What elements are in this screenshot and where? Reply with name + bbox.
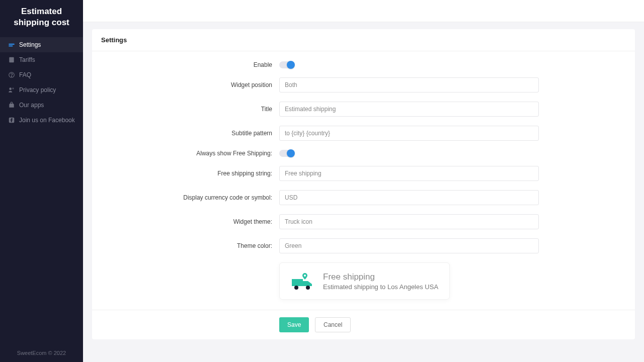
label-widget-theme: Widget theme: — [92, 218, 279, 225]
svg-point-10 — [306, 286, 310, 290]
sidebar-footer: SweetEcom © 2022 — [0, 346, 83, 362]
row-widget-theme: Widget theme: — [92, 214, 635, 229]
sidebar-item-label: FAQ — [19, 71, 31, 78]
sidebar-item-label: Settings — [19, 41, 41, 48]
cancel-button[interactable]: Cancel — [315, 317, 351, 332]
privacy-icon — [8, 86, 19, 94]
label-subtitle-pattern: Subtitle pattern — [92, 130, 279, 137]
svg-point-5 — [9, 88, 12, 90]
sidebar-item-tariffs[interactable]: Tariffs — [0, 52, 83, 67]
input-free-shipping-string[interactable] — [279, 166, 539, 181]
label-widget-position: Widget position — [92, 81, 279, 88]
label-title: Title — [92, 106, 279, 113]
row-always-free: Always show Free Shipping: — [92, 150, 635, 157]
svg-point-9 — [294, 286, 298, 290]
sidebar-item-apps[interactable]: Our apps — [0, 98, 83, 113]
truck-icon — [291, 271, 314, 291]
sidebar-item-label: Our apps — [19, 102, 44, 109]
svg-rect-8 — [292, 279, 303, 286]
sidebar: Estimated shipping cost Settings Tariffs — [0, 0, 83, 362]
label-enable: Enable — [92, 61, 279, 68]
sidebar-item-label: Tariffs — [19, 56, 35, 63]
page-title: Settings — [101, 36, 626, 44]
row-enable: Enable — [92, 61, 635, 68]
row-subtitle-pattern: Subtitle pattern — [92, 126, 635, 141]
facebook-icon — [8, 117, 19, 124]
select-widget-theme[interactable] — [279, 214, 539, 229]
toggle-always-free[interactable] — [279, 150, 294, 157]
label-always-free: Always show Free Shipping: — [92, 150, 279, 157]
panel-header: Settings — [92, 29, 635, 51]
label-currency: Display currency code or symbol: — [92, 194, 279, 201]
settings-icon — [8, 41, 19, 48]
row-free-shipping-string: Free shipping string: — [92, 166, 635, 181]
label-free-shipping-string: Free shipping string: — [92, 170, 279, 177]
select-currency[interactable] — [279, 190, 539, 205]
input-title[interactable] — [279, 102, 539, 117]
row-currency: Display currency code or symbol: — [92, 190, 635, 205]
svg-point-4 — [12, 76, 12, 77]
svg-rect-2 — [9, 57, 14, 63]
sidebar-item-facebook[interactable]: Join us on Facebook — [0, 113, 83, 128]
panel-body: Enable Widget position Title — [92, 51, 635, 310]
sidebar-header: Estimated shipping cost — [0, 0, 83, 37]
main: Settings Enable Widget position — [83, 0, 644, 362]
panel-footer: Save Cancel — [92, 310, 635, 339]
svg-point-6 — [12, 88, 14, 90]
sidebar-item-label: Join us on Facebook — [19, 117, 75, 124]
faq-icon — [8, 71, 19, 78]
sidebar-item-label: Privacy policy — [19, 86, 56, 94]
preview-card: Free shipping Estimated shipping to Los … — [279, 262, 450, 300]
row-title: Title — [92, 102, 635, 117]
preview-title: Free shipping — [323, 272, 438, 282]
input-subtitle-pattern[interactable] — [279, 126, 539, 141]
app-title: Estimated shipping cost — [5, 6, 78, 28]
svg-rect-1 — [9, 45, 13, 46]
sidebar-nav: Settings Tariffs FAQ Privacy policy — [0, 37, 83, 346]
preview-text: Free shipping Estimated shipping to Los … — [323, 272, 438, 291]
row-theme-color: Theme color: — [92, 238, 635, 253]
sidebar-item-privacy[interactable]: Privacy policy — [0, 82, 83, 98]
select-widget-position[interactable] — [279, 77, 539, 93]
select-theme-color[interactable] — [279, 238, 539, 253]
svg-rect-0 — [9, 44, 15, 45]
preview-row: Free shipping Estimated shipping to Los … — [92, 262, 635, 300]
tariffs-icon — [8, 56, 19, 63]
save-button[interactable]: Save — [279, 317, 309, 332]
apps-icon — [8, 102, 19, 109]
content: Settings Enable Widget position — [83, 22, 644, 348]
svg-point-11 — [304, 275, 306, 277]
topbar — [83, 0, 644, 22]
label-theme-color: Theme color: — [92, 242, 279, 249]
sidebar-item-faq[interactable]: FAQ — [0, 67, 83, 82]
row-widget-position: Widget position — [92, 77, 635, 93]
toggle-enable[interactable] — [279, 61, 294, 68]
preview-subtitle: Estimated shipping to Los Angeles USA — [323, 283, 438, 291]
sidebar-item-settings[interactable]: Settings — [0, 37, 83, 52]
settings-panel: Settings Enable Widget position — [92, 29, 635, 339]
